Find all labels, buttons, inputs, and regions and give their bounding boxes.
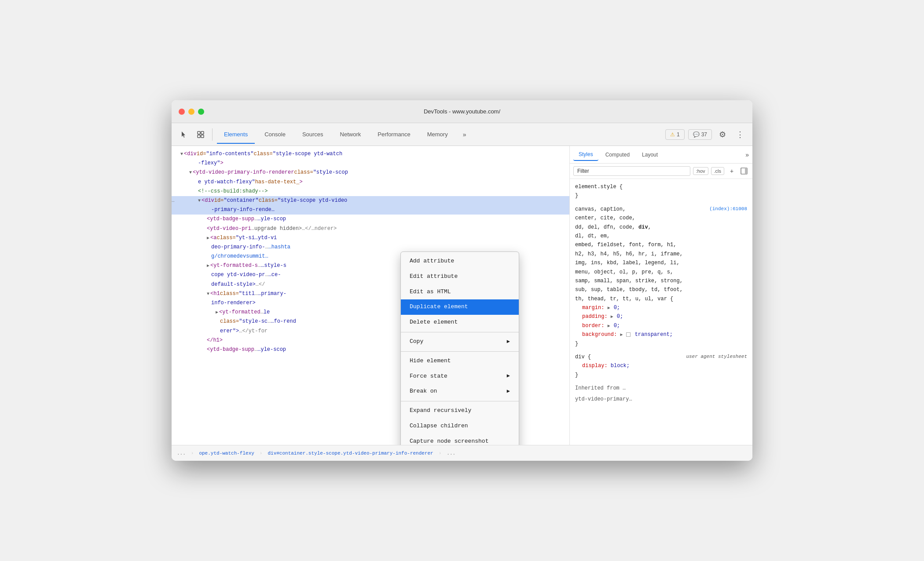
breadcrumb-1[interactable]: ope.ytd-watch-flexy bbox=[199, 451, 254, 456]
submenu-arrow-icon: ▶ bbox=[507, 387, 510, 396]
menu-item-duplicate-element[interactable]: Duplicate element bbox=[401, 299, 519, 315]
maximize-button[interactable] bbox=[198, 109, 204, 115]
tab-layout[interactable]: Layout bbox=[637, 149, 663, 160]
inherited-section: Inherited from … ytd-video-primary… bbox=[575, 384, 747, 404]
close-button[interactable] bbox=[179, 109, 185, 115]
breadcrumb-2[interactable]: div#container.style-scope.ytd-video-prim… bbox=[268, 451, 433, 456]
dom-panel[interactable]: ▼ <div id="info-contents" class="style-s… bbox=[172, 146, 570, 445]
triangle-icon: ▼ bbox=[198, 197, 201, 204]
triangle-icon: ▼ bbox=[180, 151, 183, 158]
svg-rect-0 bbox=[198, 131, 200, 134]
more-tabs-icon[interactable]: » bbox=[458, 128, 472, 142]
tab-memory[interactable]: Memory bbox=[420, 128, 455, 140]
styles-panel: Styles Computed Layout » :hov .cls + bbox=[570, 146, 752, 445]
expand-arrow-icon: ▶ bbox=[608, 324, 613, 328]
devtools-window: DevTools - www.youtube.com/ Elements Con… bbox=[172, 100, 752, 461]
tab-computed[interactable]: Computed bbox=[600, 149, 635, 160]
tab-performance[interactable]: Performance bbox=[370, 128, 417, 140]
info-icon: 💬 bbox=[693, 131, 700, 138]
tab-styles[interactable]: Styles bbox=[573, 149, 598, 161]
main-content: ▼ <div id="info-contents" class="style-s… bbox=[172, 146, 752, 445]
styles-tabs: Styles Computed Layout » bbox=[570, 146, 752, 164]
toolbar-right: ⚠ 1 💬 37 ⚙ ⋮ bbox=[665, 128, 747, 142]
inspect-icon[interactable] bbox=[194, 128, 208, 142]
color-swatch[interactable] bbox=[626, 332, 631, 337]
menu-item-delete-element[interactable]: Delete element bbox=[401, 315, 519, 330]
inherited-label: Inherited from … bbox=[575, 385, 626, 391]
tab-elements[interactable]: Elements bbox=[217, 128, 255, 140]
toolbar: Elements Console Sources Network Perform… bbox=[172, 123, 752, 146]
svg-rect-2 bbox=[198, 135, 200, 138]
filter-input[interactable] bbox=[573, 166, 690, 176]
styles-content: element.style { } canvas, caption, (inde… bbox=[570, 179, 752, 445]
menu-item-break-on[interactable]: Break on ▶ bbox=[401, 384, 519, 399]
dom-line[interactable]: <ytd-video-pri … upgrade hidden> …</ …nd… bbox=[172, 224, 569, 233]
css-rule-div: div { user agent stylesheet display: blo… bbox=[575, 353, 747, 379]
dom-line[interactable]: ▶ <a class="yt-si… ytd-vi bbox=[172, 233, 569, 243]
css-rule-element-style: element.style { } bbox=[575, 182, 747, 200]
expand-arrow-icon: ▶ bbox=[608, 306, 613, 310]
menu-item-expand-recursively[interactable]: Expand recursively bbox=[401, 403, 519, 419]
ellipsis: … bbox=[172, 197, 175, 205]
menu-separator bbox=[401, 351, 519, 352]
toggle-sidebar-icon[interactable] bbox=[739, 166, 749, 176]
status-end-dots: ... bbox=[447, 451, 455, 456]
menu-item-edit-attribute[interactable]: Edit attribute bbox=[401, 269, 519, 284]
menu-separator bbox=[401, 332, 519, 332]
submenu-arrow-icon: ▶ bbox=[507, 372, 510, 380]
user-agent-label: user agent stylesheet bbox=[686, 353, 747, 361]
expand-arrow-icon: ▶ bbox=[611, 314, 616, 319]
menu-item-edit-as-html[interactable]: Edit as HTML bbox=[401, 284, 519, 300]
warning-badge[interactable]: ⚠ 1 bbox=[665, 129, 685, 140]
dom-line[interactable]: <ytd-badge-supp … …yle-scop bbox=[172, 215, 569, 224]
filter-bar: :hov .cls + bbox=[570, 164, 752, 179]
triangle-icon: ▼ bbox=[189, 169, 192, 176]
cursor-icon[interactable] bbox=[177, 128, 191, 142]
status-dots: ... bbox=[177, 451, 186, 456]
inherited-element-label: ytd-video-primary… bbox=[575, 396, 632, 402]
svg-rect-1 bbox=[201, 131, 204, 134]
toolbar-separator bbox=[212, 128, 213, 141]
dom-line[interactable]: ▼ <div id="info-contents" class="style-s… bbox=[172, 149, 569, 159]
tab-sources[interactable]: Sources bbox=[295, 128, 330, 140]
tab-console[interactable]: Console bbox=[257, 128, 293, 140]
triangle-icon: ▶ bbox=[207, 235, 209, 242]
svg-rect-5 bbox=[745, 168, 747, 174]
menu-item-copy[interactable]: Copy ▶ bbox=[401, 334, 519, 350]
dom-line[interactable]: -flexy"> bbox=[172, 159, 569, 168]
overflow-menu-icon[interactable]: ⋮ bbox=[733, 128, 747, 142]
more-styles-icon[interactable]: » bbox=[745, 151, 749, 158]
expand-arrow-icon: ▶ bbox=[620, 332, 625, 337]
triangle-icon: ▶ bbox=[207, 262, 209, 270]
context-menu: Add attribute Edit attribute Edit as HTM… bbox=[400, 251, 519, 445]
menu-item-hide-element[interactable]: Hide element bbox=[401, 353, 519, 369]
menu-separator bbox=[401, 401, 519, 401]
dom-line-highlighted[interactable]: -primary-info-rende… bbox=[172, 205, 569, 215]
traffic-lights bbox=[179, 109, 204, 115]
tab-network[interactable]: Network bbox=[333, 128, 368, 140]
menu-item-add-attribute[interactable]: Add attribute bbox=[401, 254, 519, 269]
dom-line[interactable]: deo-primary-info- … …hashta bbox=[172, 243, 569, 252]
settings-icon[interactable]: ⚙ bbox=[715, 128, 730, 142]
menu-item-capture-node-screenshot[interactable]: Capture node screenshot bbox=[401, 434, 519, 445]
svg-rect-3 bbox=[201, 135, 204, 138]
status-bar: ... › ope.ytd-watch-flexy › div#containe… bbox=[172, 445, 752, 461]
window-title: DevTools - www.youtube.com/ bbox=[424, 108, 500, 115]
dom-line[interactable]: ▼ <ytd-video-primary-info-renderer class… bbox=[172, 168, 569, 177]
info-badge[interactable]: 💬 37 bbox=[688, 129, 712, 140]
warning-icon: ⚠ bbox=[670, 131, 675, 138]
menu-item-force-state[interactable]: Force state ▶ bbox=[401, 369, 519, 384]
css-rule-canvas: canvas, caption, (index):61008 center, c… bbox=[575, 205, 747, 348]
dom-line[interactable]: <!--css-build:shady--> bbox=[172, 187, 569, 196]
minimize-button[interactable] bbox=[188, 109, 194, 115]
dom-line[interactable]: e ytd-watch-flexy" has-date-text_> bbox=[172, 178, 569, 187]
triangle-icon: ▶ bbox=[216, 309, 218, 316]
hov-pill[interactable]: :hov bbox=[693, 167, 708, 175]
cls-pill[interactable]: .cls bbox=[711, 167, 725, 175]
menu-item-collapse-children[interactable]: Collapse children bbox=[401, 419, 519, 434]
submenu-arrow-icon: ▶ bbox=[507, 338, 510, 346]
triangle-icon: ▼ bbox=[207, 291, 209, 298]
add-style-icon[interactable]: + bbox=[727, 166, 737, 176]
title-bar: DevTools - www.youtube.com/ bbox=[172, 100, 752, 123]
dom-line-highlighted[interactable]: … ▼ <div id="container" class="style-sco… bbox=[172, 196, 569, 205]
